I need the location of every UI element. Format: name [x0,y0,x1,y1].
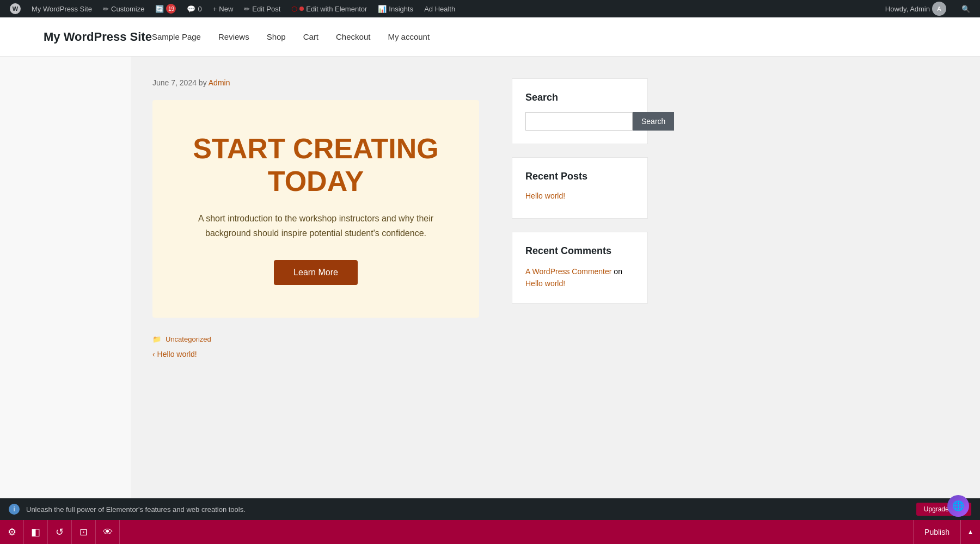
site-name-text: My WordPress Site [32,5,92,13]
insights-link[interactable]: 📊 Insights [372,0,419,17]
site-title: My WordPress Site [44,30,152,44]
main-content: June 7, 2024 by Admin START CREATING TOD… [131,57,501,498]
notice-info-icon: i [9,504,20,515]
recent-posts-list: Hello world! [525,191,634,201]
site-title-link[interactable]: My WordPress Site [44,30,152,44]
nav-sample-page[interactable]: Sample Page [152,32,201,41]
comments-icon: 💬 [187,5,195,13]
post-meta: June 7, 2024 by Admin [152,78,479,87]
site-nav: Sample Page Reviews Shop Cart Checkout M… [152,32,430,41]
responsive-button[interactable]: ⊡ [72,520,96,544]
ad-health-link[interactable]: Ad Health [419,0,461,17]
post-footer: 📁 Uncategorized Hello world! [152,335,479,358]
updates-icon: 🔄 [155,5,164,13]
customize-icon: ✏ [103,5,109,13]
nav-shop[interactable]: Shop [267,32,286,41]
elementor-bar-left: ⚙ ◧ ↺ ⊡ 👁 [0,520,120,544]
search-admin-btn[interactable]: 🔍 [956,5,976,13]
admin-bar: W My WordPress Site ✏ Customize 🔄 19 💬 0… [0,0,980,17]
admin-avatar: A [932,2,946,16]
category-link[interactable]: Uncategorized [166,335,211,343]
page-body: June 7, 2024 by Admin START CREATING TOD… [0,57,980,498]
customize-link[interactable]: ✏ Customize [97,0,150,17]
publish-area: Publish ▲ [913,520,980,544]
notice-text: Unleash the full power of Elementor's fe… [26,505,910,514]
search-admin-icon: 🔍 [961,5,970,13]
wp-icon: W [10,3,21,14]
post-author-link[interactable]: Admin [209,78,230,87]
settings-button[interactable]: ⚙ [0,520,24,544]
elementor-icon: ⬡ [291,5,297,13]
hero-title: START CREATING TODAY [174,133,457,198]
on-text: on [614,267,622,276]
search-input[interactable] [525,112,633,131]
right-sidebar: Search Search Recent Posts Hello world! … [501,57,659,498]
prev-post-link[interactable]: Hello world! [152,350,479,358]
site-header: My WordPress Site Sample Page Reviews Sh… [0,17,980,57]
globe-icon[interactable]: 🌐 [947,495,969,517]
elementor-bar: ⚙ ◧ ↺ ⊡ 👁 Publish ▲ [0,520,980,544]
insights-icon: 📊 [378,5,387,13]
commented-post-link[interactable]: Hello world! [525,279,565,288]
hero-description: A short introduction to the workshop ins… [174,211,457,240]
publish-dropdown-button[interactable]: ▲ [960,520,980,544]
new-link[interactable]: + New [207,0,239,17]
comments-link[interactable]: 💬 0 [181,0,207,17]
responsive-icon: ⊡ [79,526,88,538]
recent-comments-widget: Recent Comments A WordPress Commenter on… [512,232,648,304]
post-by: by [199,78,209,87]
recent-posts-title: Recent Posts [525,171,634,182]
admin-bar-right: Howdy, Admin A 🔍 [880,2,976,16]
elementor-notice: i Unleash the full power of Elementor's … [0,498,980,520]
edit-post-link[interactable]: ✏ Edit Post [238,0,286,17]
nav-my-account[interactable]: My account [388,32,430,41]
search-row: Search [525,112,634,131]
chevron-up-icon: ▲ [967,528,974,536]
post-categories: 📁 Uncategorized [152,335,479,343]
elementor-dot [299,7,304,11]
post-nav: Hello world! [152,350,479,358]
layers-button[interactable]: ◧ [24,520,48,544]
hero-block: START CREATING TODAY A short introductio… [152,100,479,318]
post-author: Admin [209,78,230,87]
wp-logo[interactable]: W [4,0,26,17]
commenter-link[interactable]: A WordPress Commenter [525,267,611,276]
learn-more-button[interactable]: Learn More [274,260,358,285]
search-widget: Search Search [512,78,648,144]
nav-checkout[interactable]: Checkout [336,32,370,41]
recent-post-item: Hello world! [525,191,634,201]
eye-icon: 👁 [103,527,113,538]
layers-icon: ◧ [31,526,40,538]
nav-cart[interactable]: Cart [303,32,318,41]
updates-link[interactable]: 🔄 19 [150,0,181,17]
edit-icon: ✏ [244,5,250,13]
publish-button[interactable]: Publish [913,520,960,544]
recent-posts-widget: Recent Posts Hello world! [512,157,648,219]
search-button[interactable]: Search [633,112,674,131]
edit-elementor-link[interactable]: ⬡ Edit with Elementor [286,0,372,17]
howdy-link[interactable]: Howdy, Admin A [880,2,952,16]
plus-icon: + [213,5,217,13]
nav-reviews[interactable]: Reviews [218,32,249,41]
search-widget-title: Search [525,92,634,103]
recent-post-link[interactable]: Hello world! [525,191,565,200]
preview-button[interactable]: 👁 [96,520,120,544]
howdy-text: Howdy, Admin [885,5,930,13]
globe-symbol: 🌐 [952,500,964,512]
history-button[interactable]: ↺ [48,520,72,544]
left-padding [0,57,131,498]
site-name-link[interactable]: My WordPress Site [26,0,97,17]
recent-comments-content: A WordPress Commenter on Hello world! [525,265,634,290]
history-icon: ↺ [56,526,64,538]
recent-comments-title: Recent Comments [525,245,634,257]
settings-icon: ⚙ [8,526,16,538]
categories-icon: 📁 [152,335,161,343]
post-date: June 7, 2024 [152,78,197,87]
